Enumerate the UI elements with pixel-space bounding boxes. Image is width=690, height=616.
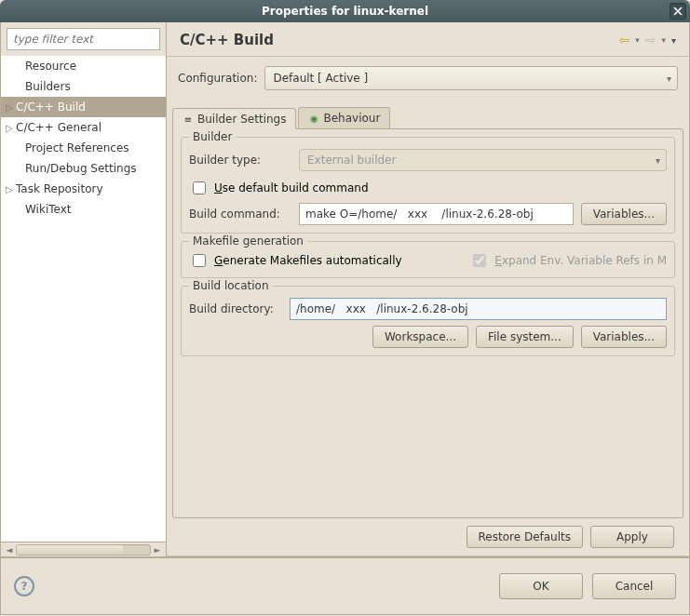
chevron-down-icon: ▾ — [656, 155, 660, 166]
variables-button-2[interactable]: Variables... — [581, 326, 667, 348]
chevron-down-icon: ▾ — [661, 35, 666, 45]
scroll-thumb[interactable] — [17, 545, 123, 555]
expand-icon: ▷ — [3, 123, 16, 133]
configuration-dropdown[interactable]: Default [ Active ] ▾ — [264, 66, 678, 90]
scroll-left-icon: ◄ — [3, 545, 16, 555]
chevron-down-icon: ▾ — [635, 35, 640, 45]
build-location-group: Build location Build directory: Workspac… — [181, 286, 675, 356]
tab-behaviour[interactable]: ◉ Behaviour — [298, 107, 390, 128]
makefile-group-title: Makefile generation — [189, 234, 307, 248]
workspace-button[interactable]: Workspace... — [372, 326, 468, 348]
build-directory-label: Build directory: — [189, 302, 282, 315]
list-icon: ≡ — [183, 114, 194, 125]
tree-item-project-references[interactable]: Project References — [1, 138, 166, 158]
restore-defaults-button[interactable]: Restore Defaults — [467, 526, 583, 548]
use-default-build-checkbox[interactable] — [193, 181, 206, 194]
close-icon — [673, 7, 683, 16]
help-icon: ? — [21, 580, 28, 593]
generate-makefiles-checkbox[interactable] — [193, 254, 206, 267]
generate-makefiles-label: Generate Makefiles automatically — [214, 254, 402, 267]
tree-item-task-repository[interactable]: ▷Task Repository — [1, 179, 166, 199]
expand-icon: ▷ — [3, 102, 16, 113]
tree-item-resource[interactable]: Resource — [1, 56, 166, 76]
scroll-track[interactable] — [16, 544, 151, 556]
close-button[interactable] — [670, 3, 686, 20]
tree-item-builders[interactable]: Builders — [1, 76, 166, 97]
build-directory-input[interactable] — [290, 298, 667, 320]
use-default-build-label: Use default build command — [214, 181, 369, 194]
tab-builder-settings[interactable]: ≡ Builder Settings — [172, 108, 296, 129]
apply-button[interactable]: Apply — [590, 526, 674, 548]
sidebar: Resource Builders ▷C/C++ Build ▷C/C++ Ge… — [1, 22, 167, 556]
build-location-title: Build location — [189, 279, 273, 292]
page-title: C/C++ Build — [180, 32, 618, 48]
tree-item-wikitext[interactable]: WikiText — [1, 199, 166, 220]
nav-back-icon[interactable]: ⇦ — [618, 33, 629, 47]
titlebar: Properties for linux-kernel — [0, 0, 690, 22]
cancel-button[interactable]: Cancel — [592, 573, 676, 599]
help-button[interactable]: ? — [14, 576, 34, 596]
builder-type-label: Builder type: — [189, 154, 291, 167]
expand-icon: ▷ — [3, 184, 16, 194]
chevron-down-icon: ▾ — [667, 74, 671, 84]
expand-env-label: Expand Env. Variable Refs in M — [494, 254, 667, 267]
scroll-right-icon: ► — [151, 545, 164, 555]
variables-button[interactable]: Variables... — [581, 203, 667, 225]
filter-input[interactable] — [7, 28, 160, 50]
filesystem-button[interactable]: File system... — [476, 326, 574, 348]
makefile-group: Makefile generation Generate Makefiles a… — [181, 241, 675, 278]
nav-forward-icon: ⇨ — [645, 33, 656, 47]
build-command-label: Build command: — [189, 208, 291, 221]
ok-button[interactable]: OK — [499, 573, 583, 599]
builder-type-dropdown: External builder ▾ — [299, 149, 667, 171]
window-title: Properties for linux-kernel — [262, 5, 428, 18]
configuration-label: Configuration: — [178, 72, 257, 85]
builder-group: Builder Builder type: External builder ▾… — [181, 137, 675, 234]
expand-env-checkbox — [473, 254, 486, 267]
main-panel: C/C++ Build ⇦▾ ⇨▾ ▾ Configuration: Defau… — [167, 22, 689, 556]
tree-item-cpp-general[interactable]: ▷C/C++ General — [1, 117, 166, 138]
tree-item-cpp-build[interactable]: ▷C/C++ Build — [1, 97, 166, 117]
radio-icon: ◉ — [308, 113, 319, 124]
builder-group-title: Builder — [189, 130, 236, 143]
menu-dropdown-icon[interactable]: ▾ — [671, 35, 676, 46]
category-tree[interactable]: Resource Builders ▷C/C++ Build ▷C/C++ Ge… — [1, 56, 166, 542]
tree-item-run-debug[interactable]: Run/Debug Settings — [1, 158, 166, 179]
sidebar-hscroll[interactable]: ◄ ► — [1, 542, 166, 556]
build-command-input[interactable] — [299, 203, 574, 225]
